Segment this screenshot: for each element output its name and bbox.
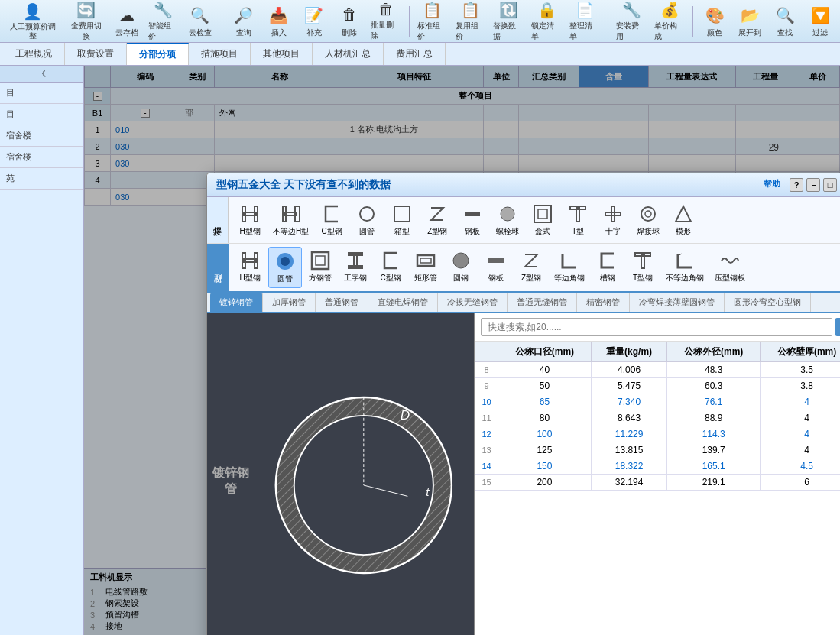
shape2-plate2[interactable]: 钢板	[479, 247, 513, 288]
section-tab-hollow[interactable]: 圆形冷弯空心型钢	[725, 293, 811, 312]
data-table-row[interactable]: 11 80 8.643 88.9 4	[475, 410, 841, 426]
shape-T1[interactable]: T型	[561, 200, 595, 240]
tab-overview[interactable]: 工程概况	[3, 43, 65, 65]
toolbar-btn-batch-delete[interactable]: 🗑 批量删除	[368, 2, 404, 40]
shape-box2[interactable]: 盒式	[526, 200, 559, 240]
data-table-row[interactable]: 12 100 11.229 114.3 4	[475, 426, 841, 442]
tab-resources[interactable]: 人材机汇总	[313, 43, 384, 65]
shape2-round-steel-label: 圆钢	[453, 273, 469, 283]
shape2-C2[interactable]: C型钢	[374, 247, 407, 288]
toolbar-btn-supplement[interactable]: 📝 补充	[297, 2, 331, 40]
modal-min-btn[interactable]: －	[806, 178, 820, 192]
tab-fees[interactable]: 取费设置	[65, 43, 127, 65]
shape-H[interactable]: H型钢	[233, 200, 267, 240]
toolbar-btn-expand[interactable]: 📂 展开到	[733, 2, 767, 40]
row-weight: 18.322	[591, 458, 666, 475]
shape-bolt-ball[interactable]: 螺栓球	[491, 200, 524, 240]
toolbar-btn-reuse[interactable]: 📋 复用组价	[452, 2, 489, 40]
side-label-welder[interactable]: 焊接	[207, 197, 229, 243]
shape2-Z2[interactable]: Z型钢	[514, 247, 548, 288]
toolbar-btn-rengong[interactable]: 👤 人工预算价调整	[3, 2, 63, 40]
toolbar-btn-switch[interactable]: 🔄 全费用切换	[64, 2, 109, 40]
shape-box[interactable]: 箱型	[385, 200, 419, 240]
shape2-rect-pipe[interactable]: 矩形管	[409, 247, 443, 288]
data-table-row[interactable]: 15 200 32.194 219.1 6	[475, 475, 841, 491]
tab-other[interactable]: 其他项目	[251, 43, 313, 65]
shape-plate1[interactable]: 钢板	[456, 200, 489, 240]
shape-circle1[interactable]: 圆管	[350, 200, 384, 240]
shape2-unequal-angle[interactable]: 不等边角钢	[661, 247, 709, 288]
data-table-row[interactable]: 14 150 18.322 165.1 4.5	[475, 458, 841, 475]
section-tab-galvanized[interactable]: 镀锌钢管	[210, 293, 263, 312]
toolbar-btn-cloud[interactable]: ☁ 云存档	[110, 2, 144, 40]
section-tab-normal[interactable]: 普通钢管	[316, 293, 368, 312]
toolbar-btn-insert[interactable]: 📥 插入	[262, 2, 296, 40]
sidebar-item-dormitory1[interactable]: 宿舍楼	[0, 125, 83, 147]
svg-point-6	[360, 207, 374, 221]
shape2-H[interactable]: H型钢	[233, 247, 267, 288]
modal-help-btn2[interactable]: ?	[790, 178, 803, 192]
shape2-T2[interactable]: T型钢	[626, 247, 660, 288]
shape2-channel[interactable]: 槽钢	[591, 247, 624, 288]
toolbar-btn-find[interactable]: 🔍 查找	[768, 2, 802, 40]
shape-Z[interactable]: Z型钢	[420, 200, 454, 240]
tab-cost-summary[interactable]: 费用汇总	[384, 43, 446, 65]
shape2-round-steel[interactable]: 圆钢	[444, 247, 478, 288]
modal-max-btn[interactable]: □	[823, 178, 837, 192]
row-num: 8	[475, 362, 498, 378]
section-tab-erw[interactable]: 直缝电焊钢管	[368, 293, 438, 312]
modal-help-btn[interactable]: 帮助	[764, 178, 780, 192]
search-bar	[475, 313, 840, 342]
row-thickness: 4	[761, 410, 840, 426]
shape-cross[interactable]: 十字	[596, 200, 630, 240]
toolbar-btn-price[interactable]: 💰 单价构成	[651, 2, 688, 40]
section-tab-thick[interactable]: 加厚钢管	[263, 293, 316, 312]
data-table-row[interactable]: 10 65 7.340 76.1 4	[475, 394, 841, 410]
shape2-round-pipe[interactable]: 圆管	[268, 247, 302, 288]
svg-marker-18	[676, 206, 691, 222]
toolbar-btn-install[interactable]: 🔧 安装费用	[613, 2, 650, 40]
toolbar-btn-standard[interactable]: 📋 标准组价	[414, 2, 451, 40]
row-weight: 32.194	[591, 475, 666, 491]
sidebar-collapse-btn[interactable]: 《	[0, 66, 83, 83]
shape-wedge[interactable]: 模形	[666, 200, 700, 240]
search-button[interactable]	[835, 318, 840, 336]
shape2-press-plate[interactable]: 压型钢板	[710, 247, 750, 288]
shape-bolt-ball-label: 螺栓球	[496, 226, 519, 237]
toolbar-btn-filter[interactable]: 🔽 过滤	[803, 2, 837, 40]
toolbar-btn-ai[interactable]: 🔧 智能组价	[145, 2, 182, 40]
shape2-equal-angle[interactable]: 等边角钢	[550, 247, 589, 288]
toolbar-btn-query[interactable]: 🔎 查询	[227, 2, 261, 40]
search-input[interactable]	[481, 318, 832, 336]
row-num: 13	[475, 442, 498, 458]
toolbar-btn-replace[interactable]: 🔃 替换数据	[490, 2, 527, 40]
sidebar-item-1[interactable]: 目	[0, 83, 83, 104]
data-table-row[interactable]: 8 40 4.006 48.3 3.5	[475, 362, 841, 378]
toolbar-btn-check[interactable]: 🔍 云检查	[183, 2, 217, 40]
row-num: 11	[475, 410, 498, 426]
toolbar-btn-lock[interactable]: 🔒 锁定清单	[528, 2, 565, 40]
toolbar-btn-delete[interactable]: 🗑 删除	[332, 2, 366, 40]
section-tab-cold-draw[interactable]: 冷拔无缝钢管	[438, 293, 508, 312]
shape-Hne[interactable]: 不等边H型	[268, 200, 313, 240]
side-label-xingcai[interactable]: 型材	[207, 244, 229, 291]
tab-measures[interactable]: 措施项目	[189, 43, 251, 65]
sidebar-item-2[interactable]: 目	[0, 104, 83, 125]
sidebar-item-yuan[interactable]: 苑	[0, 168, 83, 190]
section-tab-cold-weld[interactable]: 冷弯焊接薄壁圆钢管	[630, 293, 725, 312]
sidebar-item-dormitory2[interactable]: 宿舍楼	[0, 147, 83, 168]
modal-table-section: 公称口径(mm) 重量(kg/m) 公称外径(mm) 公称壁厚(mm) 8 40…	[475, 313, 840, 635]
shape-weld-ball[interactable]: 焊接球	[631, 200, 665, 240]
shape2-square-pipe[interactable]: 方钢管	[303, 247, 337, 288]
shape-C[interactable]: C型钢	[315, 200, 349, 240]
tab-sections[interactable]: 分部分项	[127, 43, 189, 65]
section-tab-seamless[interactable]: 普通无缝钢管	[508, 293, 577, 312]
section-tab-precision[interactable]: 精密钢管	[577, 293, 630, 312]
toolbar-btn-organize[interactable]: 📄 整理清单	[566, 2, 603, 40]
data-table-row[interactable]: 13 125 13.815 139.7 4	[475, 442, 841, 458]
toolbar-btn-color[interactable]: 🎨 颜色	[698, 2, 731, 40]
shape2-I[interactable]: 工字钢	[339, 247, 372, 288]
data-table-row[interactable]: 9 50 5.475 60.3 3.8	[475, 378, 841, 394]
shape2-C2-label: C型钢	[380, 273, 401, 283]
shape2-unequal-angle-label: 不等边角钢	[666, 273, 704, 283]
